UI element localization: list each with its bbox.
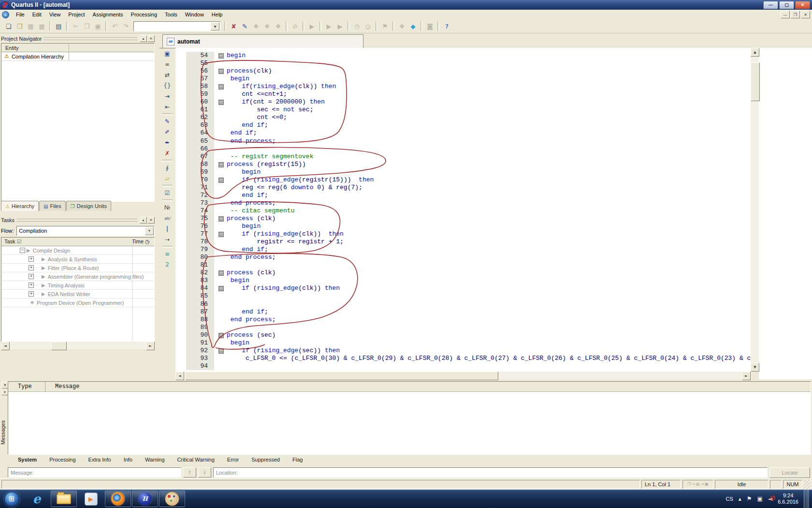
collapse-icon[interactable]: − [218,348,224,354]
internet-explorer-taskbar-button[interactable]: e [24,491,50,507]
tab-files[interactable]: ▤Files [39,201,66,211]
cursor-line-button[interactable]: | [161,224,173,234]
new-file-button[interactable]: ❏ [3,21,14,31]
collapse-icon[interactable]: − [218,178,224,183]
collapse-icon[interactable]: − [218,216,224,222]
minimize-button[interactable]: — [763,1,778,9]
match-brace-button[interactable]: {} [161,80,173,91]
flow-dropdown[interactable]: Compilation ▼ [16,226,155,236]
message-column-header[interactable]: Message [45,382,811,391]
collapse-icon[interactable]: − [20,248,25,253]
line-numbers-button[interactable]: № [161,202,173,213]
firefox-taskbar-button[interactable] [105,491,131,507]
scrollbar-thumb[interactable] [185,372,498,380]
message-list[interactable]: Type Message [8,381,811,455]
type-column-header[interactable]: Type [8,382,45,391]
clear-assignments-button[interactable]: ✘ [228,21,239,31]
collapse-icon[interactable]: − [218,333,224,338]
insert-template-button[interactable]: ▱ [161,173,173,184]
task-row-program-device-open-programmer-[interactable]: ❖Program Device (Open Programmer) [1,299,154,307]
find-replace-button[interactable]: ⇄ [161,70,173,80]
collapse-icon[interactable]: − [218,286,224,291]
next-message-button[interactable]: ⇓ [198,467,211,478]
collapse-icon[interactable]: − [218,232,224,237]
tab-design-units[interactable]: ❒Design Units [66,201,111,211]
scrollbar-track[interactable] [10,342,146,349]
assignment-editor-button[interactable]: ✎ [239,21,250,31]
duplicate-line-button[interactable]: 2 [161,259,173,270]
menu-assignments[interactable]: Assignments [89,10,127,19]
clear-bookmarks-button[interactable]: ✗ [161,148,173,159]
message-tab-info[interactable]: Info [117,455,139,466]
entity-column-header[interactable]: Entity [1,44,154,52]
bookmark-pen-button[interactable]: ✒ [161,137,173,148]
explorer-taskbar-button[interactable] [51,491,77,507]
indent-guides-button[interactable]: ≡ [161,249,173,259]
tasks-horizontal-scrollbar[interactable]: ◄ ► [1,342,155,349]
editor-vertical-scrollbar[interactable]: ▲ ▼ [751,48,759,372]
scroll-down-arrow[interactable]: ▼ [751,363,759,372]
comment-pen-button[interactable]: ✎ [161,116,173,127]
start-button[interactable]: ⊞ [0,491,23,507]
message-list-body[interactable] [8,392,811,454]
collapse-icon[interactable]: − [218,100,224,105]
close-button[interactable]: ✕ [795,1,810,9]
resize-grip[interactable] [804,480,811,489]
syntax-check-button[interactable]: ☑ [161,188,173,198]
task-row-timing-analysis[interactable]: +···▶Timing Analysis [1,281,154,290]
mdi-minimize-button[interactable]: — [781,11,790,18]
task-column-header[interactable]: Task ☑ [1,239,22,245]
task-row-compile-design[interactable]: −▶Compile Design [1,246,154,255]
collapse-icon[interactable]: − [218,84,224,90]
menu-tools[interactable]: Tools [161,10,181,19]
collapse-icon[interactable]: − [218,53,224,59]
editor-horizontal-scrollbar[interactable]: ◄ ► [175,372,751,379]
find-button[interactable]: ∞ [161,59,173,70]
toolbar-combobox[interactable]: ▼ [133,21,220,31]
show-hidden-icons[interactable]: ▴ [739,495,741,502]
menu-window[interactable]: Window [181,10,208,19]
messages-vertical-tab[interactable]: Messages [0,408,7,457]
message-input[interactable]: Message: [8,467,181,478]
collapse-panel-button[interactable]: ▴ [140,35,147,42]
message-tab-processing[interactable]: Processing [43,455,82,466]
mdi-close-button[interactable]: ✕ [801,11,810,18]
network-icon[interactable]: ▣ [757,495,763,502]
expand-icon[interactable]: + [29,256,34,262]
tab-automat[interactable]: ab automat [162,34,363,48]
action-center-flag[interactable]: ⚑ [747,495,752,502]
collapse-panel-button[interactable]: ▴ [140,217,147,224]
time-column-header[interactable]: Time ◷ [132,239,154,245]
expand-icon[interactable]: + [29,283,34,288]
scrollbar-track[interactable] [184,372,742,379]
chip-planner-button[interactable]: ◆ [407,21,419,31]
code-editor[interactable]: 54−begin5556−process(clk)57 begin58− if(… [175,48,751,375]
expand-icon[interactable]: + [29,265,34,270]
export-window-button[interactable]: ▣ [161,48,173,59]
volume-muted-icon[interactable]: ◄ [768,495,772,502]
menu-file[interactable]: File [12,10,29,19]
dropdown-arrow-icon[interactable]: ▼ [145,227,154,235]
print-button[interactable]: ▤ [53,21,64,31]
menu-processing[interactable]: Processing [127,10,161,19]
column-divider[interactable] [69,44,69,60]
menu-edit[interactable]: Edit [29,10,45,19]
language-indicator[interactable]: CS [726,496,733,502]
compilation-hierarchy-item[interactable]: ⚠ Compilation Hierarchy [1,52,154,61]
scroll-right-arrow[interactable]: ► [146,342,155,350]
message-tab-flag[interactable]: Flag [286,455,309,466]
open-file-button[interactable]: ❒ [14,21,25,31]
message-tab-extra-info[interactable]: Extra Info [82,455,117,466]
close-panel-button[interactable]: ✕ [147,217,155,224]
maximize-button[interactable]: ▢ [779,1,794,9]
locate-button[interactable]: Locate [769,467,810,478]
task-row-analysis-synthesis[interactable]: +···▶Analysis & Synthesis [1,255,154,264]
show-desktop-button[interactable] [804,490,809,508]
scroll-up-arrow[interactable]: ▲ [751,48,759,57]
expand-icon[interactable]: + [29,291,34,297]
collapse-icon[interactable]: − [218,69,224,74]
goto-line-button[interactable]: ⇢ [161,234,173,245]
expand-icon[interactable]: + [29,274,34,279]
decrease-indent-button[interactable]: ⇤ [161,102,173,112]
scroll-left-arrow[interactable]: ◄ [175,372,184,380]
